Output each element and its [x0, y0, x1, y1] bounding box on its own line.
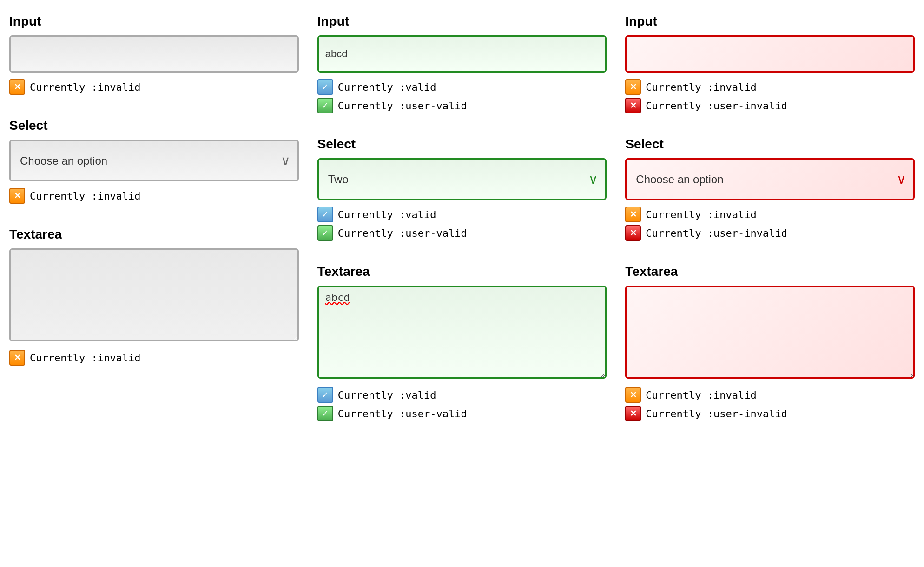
status-list-textarea-invalid: ✕ Currently :invalid ✕ Currently :user-i…: [625, 387, 915, 421]
status-text: Currently :invalid: [646, 81, 756, 93]
section-select-valid: Select Choose an option One Two Three ∨ …: [317, 137, 607, 241]
orange-x-icon: ✕: [9, 188, 25, 204]
section-title-input-valid: Input: [317, 14, 607, 29]
status-item: ✕ Currently :invalid: [9, 188, 299, 204]
main-grid: Input ✕ Currently :invalid Select Choose…: [9, 14, 915, 445]
blue-check-icon: ✓: [317, 79, 333, 95]
red-x-icon: ✕: [625, 98, 641, 113]
textarea-invalid[interactable]: [625, 286, 915, 379]
status-text: Currently :invalid: [646, 389, 756, 401]
textarea-valid[interactable]: abcd: [317, 286, 607, 379]
select-invalid[interactable]: Choose an option One Two Three: [625, 158, 915, 200]
status-list-textarea-valid: ✓ Currently :valid ✓ Currently :user-val…: [317, 387, 607, 421]
status-text: Currently :valid: [338, 81, 436, 93]
status-text: Currently :valid: [338, 389, 436, 401]
column-invalid: Input ✕ Currently :invalid ✕ Currently :…: [625, 14, 915, 445]
status-list-select-invalid: ✕ Currently :invalid ✕ Currently :user-i…: [625, 207, 915, 241]
red-x-icon: ✕: [625, 225, 641, 241]
status-list-select-valid: ✓ Currently :valid ✓ Currently :user-val…: [317, 207, 607, 241]
status-item: ✕ Currently :invalid: [9, 350, 299, 366]
status-text: Currently :user-valid: [338, 100, 467, 112]
status-text: Currently :user-invalid: [646, 227, 787, 239]
section-input-invalid: Input ✕ Currently :invalid ✕ Currently :…: [625, 14, 915, 113]
section-textarea-valid: Textarea abcd ✓ Currently :valid ✓ Curre…: [317, 264, 607, 421]
select-neutral[interactable]: Choose an option One Two Three: [9, 140, 299, 181]
status-item-invalid: ✕ Currently :invalid: [625, 207, 915, 222]
status-item: ✕ Currently :invalid: [9, 79, 299, 95]
status-text: Currently :user-valid: [338, 408, 467, 420]
status-list-select-neutral: ✕ Currently :invalid: [9, 188, 299, 204]
status-item-invalid: ✕ Currently :invalid: [625, 387, 915, 403]
section-textarea-neutral: Textarea ✕ Currently :invalid: [9, 227, 299, 366]
section-title-select-invalid: Select: [625, 137, 915, 152]
orange-x-icon: ✕: [625, 79, 641, 95]
column-valid: Input ✓ Currently :valid ✓ Currently :us…: [317, 14, 607, 445]
status-text: Currently :valid: [338, 209, 436, 220]
status-list-input-neutral: ✕ Currently :invalid: [9, 79, 299, 95]
column-neutral: Input ✕ Currently :invalid Select Choose…: [9, 14, 299, 445]
textarea-neutral[interactable]: [9, 248, 299, 341]
status-item-user-invalid: ✕ Currently :user-invalid: [625, 98, 915, 113]
status-item-user-invalid: ✕ Currently :user-invalid: [625, 225, 915, 241]
section-title-select-valid: Select: [317, 137, 607, 152]
status-item-valid: ✓ Currently :valid: [317, 79, 607, 95]
section-select-invalid: Select Choose an option One Two Three ∨ …: [625, 137, 915, 241]
status-item-invalid: ✕ Currently :invalid: [625, 79, 915, 95]
red-x-icon: ✕: [625, 406, 641, 421]
status-text: Currently :invalid: [30, 190, 140, 202]
orange-x-icon: ✕: [625, 207, 641, 222]
green-check-icon: ✓: [317, 225, 333, 241]
section-title-input-invalid: Input: [625, 14, 915, 29]
input-invalid[interactable]: [625, 35, 915, 73]
blue-check-icon: ✓: [317, 207, 333, 222]
section-input-neutral: Input ✕ Currently :invalid: [9, 14, 299, 95]
status-list-input-valid: ✓ Currently :valid ✓ Currently :user-val…: [317, 79, 607, 113]
status-item-user-valid: ✓ Currently :user-valid: [317, 98, 607, 113]
orange-x-icon: ✕: [9, 350, 25, 366]
status-item-valid: ✓ Currently :valid: [317, 387, 607, 403]
status-text: Currently :invalid: [646, 209, 756, 220]
section-title-textarea-neutral: Textarea: [9, 227, 299, 242]
status-item-user-valid: ✓ Currently :user-valid: [317, 406, 607, 421]
select-wrapper-neutral: Choose an option One Two Three ∨: [9, 140, 299, 181]
status-text: Currently :user-invalid: [646, 100, 787, 112]
select-wrapper-valid: Choose an option One Two Three ∨: [317, 158, 607, 200]
section-title-textarea-valid: Textarea: [317, 264, 607, 279]
green-check-icon: ✓: [317, 406, 333, 421]
status-text: Currently :invalid: [30, 352, 140, 364]
status-item-user-invalid: ✕ Currently :user-invalid: [625, 406, 915, 421]
section-input-valid: Input ✓ Currently :valid ✓ Currently :us…: [317, 14, 607, 113]
blue-check-icon: ✓: [317, 387, 333, 403]
input-neutral[interactable]: [9, 35, 299, 73]
section-title-input-neutral: Input: [9, 14, 299, 29]
select-wrapper-invalid: Choose an option One Two Three ∨: [625, 158, 915, 200]
orange-x-icon: ✕: [9, 79, 25, 95]
orange-x-icon: ✕: [625, 387, 641, 403]
status-text: Currently :user-valid: [338, 227, 467, 239]
section-select-neutral: Select Choose an option One Two Three ∨ …: [9, 118, 299, 204]
section-title-select-neutral: Select: [9, 118, 299, 133]
section-title-textarea-invalid: Textarea: [625, 264, 915, 279]
status-item-user-valid: ✓ Currently :user-valid: [317, 225, 607, 241]
green-check-icon: ✓: [317, 98, 333, 113]
status-text: Currently :user-invalid: [646, 408, 787, 420]
input-valid[interactable]: [317, 35, 607, 73]
status-text: Currently :invalid: [30, 81, 140, 93]
status-list-input-invalid: ✕ Currently :invalid ✕ Currently :user-i…: [625, 79, 915, 113]
status-item-valid: ✓ Currently :valid: [317, 207, 607, 222]
status-list-textarea-neutral: ✕ Currently :invalid: [9, 350, 299, 366]
select-valid[interactable]: Choose an option One Two Three: [317, 158, 607, 200]
section-textarea-invalid: Textarea ✕ Currently :invalid ✕ Currentl…: [625, 264, 915, 421]
